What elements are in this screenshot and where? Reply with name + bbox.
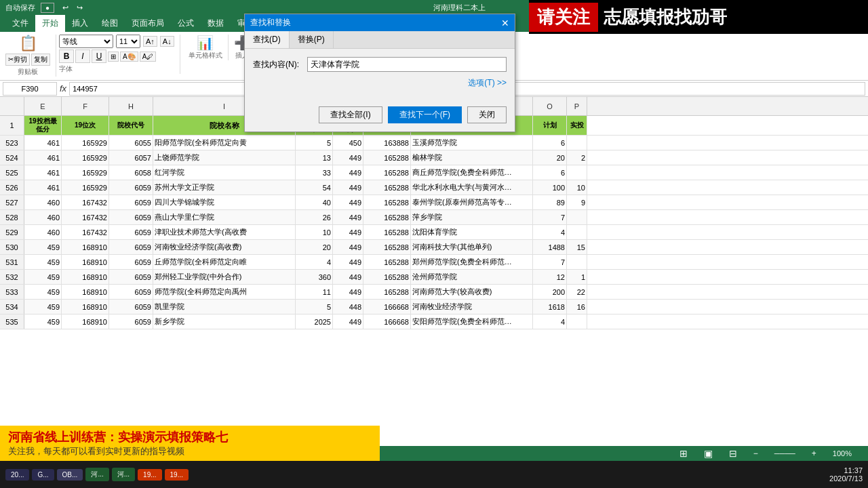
cell[interactable]: 6059 xyxy=(109,195,153,209)
font-decrease-button[interactable]: A↓ xyxy=(160,36,174,47)
tab-home[interactable]: 开始 xyxy=(35,15,65,32)
font-increase-button[interactable]: A↑ xyxy=(143,36,157,47)
underline-button[interactable]: U xyxy=(92,49,106,63)
cell[interactable]: 沧州师范学院 xyxy=(411,270,533,284)
cell[interactable]: 449 xyxy=(333,314,363,329)
cell[interactable]: 4 xyxy=(533,225,567,239)
cell[interactable]: 461 xyxy=(24,165,62,180)
cell[interactable]: 449 xyxy=(333,165,363,180)
cell[interactable]: 河南牧业经济学院(高收费) xyxy=(153,240,296,254)
taskbar-item-1[interactable]: 20... xyxy=(5,469,29,481)
undo-icon[interactable]: ↩ xyxy=(62,3,68,12)
cell[interactable]: 100 xyxy=(533,180,567,195)
taskbar-item-7[interactable]: 19... xyxy=(165,469,189,481)
cell[interactable] xyxy=(567,165,587,180)
cell[interactable]: 461 xyxy=(24,180,62,195)
cell[interactable]: 165288 xyxy=(363,195,411,209)
tab-data[interactable]: 数据 xyxy=(201,15,231,32)
cell[interactable]: 167432 xyxy=(62,225,109,239)
cell[interactable]: 12 xyxy=(533,270,567,284)
cell[interactable]: 10 xyxy=(296,225,333,239)
cell[interactable]: 165929 xyxy=(62,136,109,150)
cell[interactable]: 萍乡学院 xyxy=(411,210,533,224)
tab-insert[interactable]: 插入 xyxy=(65,15,95,32)
fill-color-button[interactable]: A🎨 xyxy=(120,52,138,62)
cell[interactable]: 33 xyxy=(296,165,333,180)
tab-replace[interactable]: 替换(P) xyxy=(290,31,334,48)
cell[interactable]: 6059 xyxy=(109,300,153,314)
taskbar-item-4[interactable]: 河... xyxy=(85,468,108,481)
cell[interactable] xyxy=(567,314,587,329)
cell[interactable]: 1618 xyxy=(533,300,567,314)
cell[interactable]: 89 xyxy=(533,195,567,209)
cell[interactable]: 166668 xyxy=(363,300,411,314)
tab-formula[interactable]: 公式 xyxy=(171,15,201,32)
cell[interactable] xyxy=(567,255,587,269)
col-header-H[interactable]: H xyxy=(109,97,153,115)
cell[interactable]: 6059 xyxy=(109,180,153,195)
border-button[interactable]: ⊞ xyxy=(108,52,119,62)
zoom-out[interactable]: − xyxy=(753,449,758,458)
cell[interactable]: 165288 xyxy=(363,255,411,269)
cell[interactable]: 448 xyxy=(333,300,363,314)
cell[interactable]: 449 xyxy=(333,210,363,224)
cell[interactable]: 郑州师范学院(免费全科师范… xyxy=(411,255,533,269)
dialog-close-button[interactable]: ✕ xyxy=(501,18,509,28)
taskbar-item-3[interactable]: OB... xyxy=(57,469,83,481)
cell[interactable]: 459 xyxy=(24,255,62,269)
cell[interactable]: 167432 xyxy=(62,210,109,224)
cell[interactable]: 165288 xyxy=(363,285,411,299)
cell[interactable] xyxy=(567,210,587,224)
cell[interactable]: 河南科技大学(其他单列) xyxy=(411,240,533,254)
close-button[interactable]: 关闭 xyxy=(467,106,507,123)
cell[interactable]: 165288 xyxy=(363,210,411,224)
cell[interactable]: 4 xyxy=(296,255,333,269)
cell[interactable]: 1488 xyxy=(533,240,567,254)
cell[interactable]: 168910 xyxy=(62,240,109,254)
cell[interactable]: 6057 xyxy=(109,150,153,165)
cell[interactable]: 168910 xyxy=(62,300,109,314)
font-family-select[interactable]: 等线 xyxy=(59,35,113,48)
cell[interactable]: 449 xyxy=(333,150,363,165)
cell[interactable]: 54 xyxy=(296,180,333,195)
cell[interactable]: 165288 xyxy=(363,270,411,284)
cell[interactable]: 461 xyxy=(24,136,62,150)
find-next-button[interactable]: 查找下一个(F) xyxy=(388,106,462,123)
cell[interactable]: 燕山大学里仁学院 xyxy=(153,210,296,224)
cell[interactable]: 2 xyxy=(567,150,587,165)
col-header-P[interactable]: P xyxy=(567,97,587,115)
cell-reference-input[interactable] xyxy=(3,82,57,96)
tab-find[interactable]: 查找(D) xyxy=(245,31,290,48)
view-layout[interactable]: ▣ xyxy=(704,448,713,459)
cell[interactable]: 165929 xyxy=(62,180,109,195)
cell[interactable]: 玉溪师范学院 xyxy=(411,136,533,150)
cell[interactable]: 11 xyxy=(296,285,333,299)
cell[interactable]: 9 xyxy=(567,195,587,209)
cell[interactable]: 449 xyxy=(333,195,363,209)
cell[interactable]: 商丘师范学院(免费全科师范… xyxy=(411,165,533,180)
cell[interactable]: 7 xyxy=(533,210,567,224)
cell[interactable]: 华北水利水电大学(与黄河水… xyxy=(411,180,533,195)
cell[interactable]: 5 xyxy=(296,300,333,314)
cell[interactable]: 168910 xyxy=(62,314,109,329)
cell[interactable]: 168910 xyxy=(62,285,109,299)
cell[interactable]: 26 xyxy=(296,210,333,224)
cell[interactable]: 丘师范学院(全科师范定向睢 xyxy=(153,255,296,269)
cell[interactable]: 沈阳体育学院 xyxy=(411,225,533,239)
cell[interactable]: 6059 xyxy=(109,270,153,284)
zoom-slider[interactable]: ──── xyxy=(774,449,795,458)
cell[interactable]: 22 xyxy=(567,285,587,299)
cell[interactable]: 168910 xyxy=(62,255,109,269)
cell[interactable]: 6 xyxy=(533,136,567,150)
cell[interactable]: 安阳师范学院(免费全科师范… xyxy=(411,314,533,329)
cell[interactable]: 165929 xyxy=(62,165,109,180)
col-header-O[interactable]: O xyxy=(533,97,567,115)
cell[interactable]: 河南师范大学(较高收费) xyxy=(411,285,533,299)
cell[interactable]: 6058 xyxy=(109,165,153,180)
cell[interactable]: 460 xyxy=(24,210,62,224)
cell[interactable]: 6 xyxy=(533,165,567,180)
cell[interactable]: 449 xyxy=(333,285,363,299)
cell[interactable]: 6059 xyxy=(109,285,153,299)
cell[interactable]: 449 xyxy=(333,255,363,269)
cell[interactable]: 459 xyxy=(24,240,62,254)
